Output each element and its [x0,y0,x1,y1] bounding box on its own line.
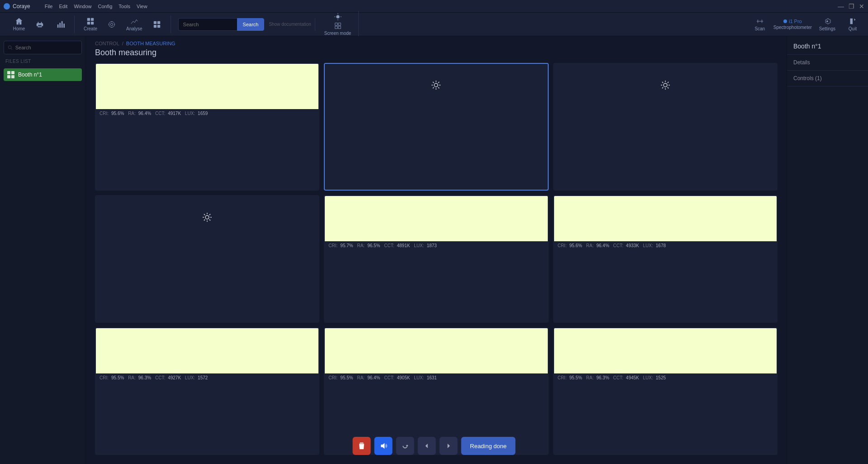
grid-cell-3[interactable] [553,63,778,191]
sun-icon-2 [431,80,441,93]
svg-rect-5 [91,18,94,21]
svg-line-53 [209,214,210,215]
svg-line-27 [11,48,12,50]
grid-cell-9[interactable]: CRI: 95.5% RA: 96.3% CCT: 4945K LUX: 152… [553,327,778,455]
cell-preview-6 [554,196,777,241]
menu-tools[interactable]: Tools [119,4,130,9]
prev-button[interactable] [417,437,436,455]
svg-point-46 [205,215,209,219]
svg-rect-7 [91,22,94,24]
app-logo [4,3,10,10]
settings-button[interactable]: Settings [816,15,839,33]
menu-bar[interactable]: File Edit Window Config Tools View [45,4,147,9]
cell-info-8: CRI: 95.5% RA: 96.4% CCT: 4905K LUX: 163… [325,373,547,383]
target-button[interactable] [102,19,122,30]
grid-cell-8[interactable]: CRI: 95.5% RA: 96.4% CCT: 4905K LUX: 163… [324,327,548,455]
svg-point-8 [109,21,115,27]
create-chart-button[interactable] [51,19,71,30]
grid-cell-4[interactable] [95,195,319,323]
cell-info-1: CRI: 95.6% RA: 96.4% CCT: 4917K LUX: 165… [96,109,318,119]
cell-preview-4 [96,196,318,241]
svg-point-28 [434,83,438,87]
next-button[interactable] [439,437,457,455]
right-panel: Booth n°1 Details Controls (1) [787,36,868,464]
quit-button[interactable]: Quit [843,15,863,33]
svg-rect-16 [153,24,156,27]
cell-preview-9 [554,328,777,373]
toolbar: Home Create [0,13,868,36]
app-title: Coraye [13,3,30,10]
refresh-button[interactable] [396,437,414,455]
svg-line-35 [438,82,439,83]
grid-cell-5[interactable]: CRI: 95.7% RA: 96.5% CCT: 4891K LUX: 187… [324,195,548,323]
menu-window[interactable]: Window [74,4,91,9]
svg-line-54 [204,220,205,220]
svg-rect-4 [87,18,90,21]
bottom-bar: Reading done [352,437,516,455]
svg-rect-6 [87,22,90,24]
cell-preview-8 [325,328,547,373]
grid-cell-1[interactable]: CRI: 95.6% RA: 96.4% CCT: 4917K LUX: 165… [95,63,319,191]
booth-grid: CRI: 95.6% RA: 96.4% CCT: 4917K LUX: 165… [86,63,787,464]
svg-marker-55 [381,443,384,449]
spectrophotometer-display: i1 Pro Spectrophotometer [773,19,812,30]
svg-rect-3 [63,24,65,28]
svg-rect-14 [153,21,156,24]
sun-icon-4 [202,212,213,225]
cell-preview-7 [96,328,318,373]
right-panel-title: Booth n°1 [787,41,868,55]
main-layout: FILES LIST Booth n°1 CONTROL / BOOTH MEA… [0,36,868,464]
cell-preview-2 [325,64,547,109]
svg-line-51 [204,214,205,215]
search-icon [8,45,13,50]
right-panel-details[interactable]: Details [787,55,868,71]
analyse-button[interactable]: Analyse [123,15,146,33]
svg-line-45 [662,87,663,88]
close-button[interactable]: ✕ [859,3,864,10]
cell-preview-1 [96,64,318,109]
grid-button[interactable] [147,19,167,30]
reading-done-button[interactable]: Reading done [461,437,516,455]
menu-file[interactable]: File [45,4,53,9]
grid-cell-6[interactable]: CRI: 95.6% RA: 96.4% CCT: 4933K LUX: 167… [553,195,778,323]
search-button[interactable]: Search [237,18,265,31]
show-docs-label: Show documentation [269,22,311,27]
cell-preview-5 [325,196,547,241]
home-button[interactable]: Home [9,15,29,33]
booth-grid-icon [7,71,14,78]
breadcrumb: CONTROL / BOOTH MEASURING [86,36,787,48]
minimize-button[interactable]: — [838,3,844,10]
svg-line-43 [668,87,669,88]
svg-rect-0 [57,24,59,28]
cell-info-6: CRI: 95.6% RA: 96.4% CCT: 4933K LUX: 167… [554,241,777,251]
svg-rect-1 [59,23,61,28]
scan-button[interactable]: Scan [750,15,770,33]
sidebar-search-input[interactable] [15,45,78,50]
menu-config[interactable]: Config [98,4,113,9]
sidebar-item-booth1[interactable]: Booth n°1 [4,68,82,81]
search-input[interactable] [178,18,237,31]
menu-view[interactable]: View [137,4,147,9]
svg-point-26 [8,46,11,49]
sidebar: FILES LIST Booth n°1 [0,36,86,464]
page-title: Booth measuring [86,48,787,63]
svg-line-36 [433,87,434,88]
screen-mode-button[interactable]: Screen mode [321,11,355,38]
right-panel-controls[interactable]: Controls (1) [787,71,868,86]
svg-line-42 [662,82,663,83]
create-button[interactable]: Create [80,15,101,33]
delete-button[interactable] [352,437,370,455]
svg-line-44 [668,82,669,83]
sound-button[interactable] [374,437,392,455]
sidebar-search-box[interactable] [4,41,82,54]
cell-info-9: CRI: 95.5% RA: 96.3% CCT: 4945K LUX: 152… [554,373,777,383]
svg-point-9 [110,23,113,25]
grid-cell-7[interactable]: CRI: 95.5% RA: 96.3% CCT: 4927K LUX: 157… [95,327,319,455]
svg-line-52 [209,220,210,220]
maximize-button[interactable]: ❐ [849,3,854,10]
svg-point-37 [664,83,667,87]
svg-line-34 [438,87,439,88]
grid-cell-2[interactable] [324,63,548,191]
print-button[interactable] [30,19,50,30]
menu-edit[interactable]: Edit [59,4,67,9]
